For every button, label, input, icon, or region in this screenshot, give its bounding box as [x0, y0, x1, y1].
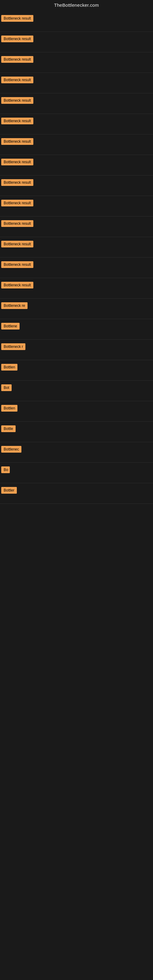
result-row-15: Bottleneck re	[0, 299, 153, 319]
bottleneck-badge-15[interactable]: Bottleneck re	[1, 302, 27, 309]
bottleneck-badge-23[interactable]: Bo	[1, 466, 10, 473]
result-row-3: Bottleneck result	[0, 52, 153, 73]
bottleneck-badge-7[interactable]: Bottleneck result	[1, 138, 33, 145]
bottleneck-badge-2[interactable]: Bottleneck result	[1, 35, 33, 42]
bottleneck-badge-18[interactable]: Bottlen	[1, 364, 18, 371]
result-row-4: Bottleneck result	[0, 73, 153, 94]
results-container: Bottleneck resultBottleneck resultBottle…	[0, 11, 153, 504]
result-row-2: Bottleneck result	[0, 32, 153, 52]
bottleneck-badge-3[interactable]: Bottleneck result	[1, 56, 33, 63]
result-row-6: Bottleneck result	[0, 114, 153, 134]
bottleneck-badge-1[interactable]: Bottleneck result	[1, 15, 33, 22]
result-row-12: Bottleneck result	[0, 237, 153, 258]
result-row-9: Bottleneck result	[0, 175, 153, 196]
bottleneck-badge-9[interactable]: Bottleneck result	[1, 179, 33, 186]
result-row-19: Bot	[0, 381, 153, 401]
bottleneck-badge-22[interactable]: Bottlenec	[1, 446, 21, 453]
result-row-5: Bottleneck result	[0, 94, 153, 114]
bottleneck-badge-4[interactable]: Bottleneck result	[1, 76, 33, 83]
bottleneck-badge-13[interactable]: Bottleneck result	[1, 261, 33, 268]
bottleneck-badge-16[interactable]: Bottlene	[1, 323, 19, 329]
bottleneck-badge-11[interactable]: Bottleneck result	[1, 220, 33, 227]
result-row-20: Bottlen	[0, 401, 153, 422]
result-row-21: Bottle	[0, 422, 153, 442]
bottleneck-badge-5[interactable]: Bottleneck result	[1, 97, 33, 104]
result-row-18: Bottlen	[0, 360, 153, 381]
bottleneck-badge-17[interactable]: Bottleneck r	[1, 343, 26, 350]
bottleneck-badge-8[interactable]: Bottleneck result	[1, 159, 33, 165]
bottleneck-badge-14[interactable]: Bottleneck result	[1, 282, 33, 288]
result-row-17: Bottleneck r	[0, 340, 153, 360]
bottleneck-badge-6[interactable]: Bottleneck result	[1, 118, 33, 124]
bottleneck-badge-12[interactable]: Bottleneck result	[1, 241, 33, 247]
result-row-7: Bottleneck result	[0, 134, 153, 155]
result-row-16: Bottlene	[0, 319, 153, 340]
bottleneck-badge-24[interactable]: Bottler	[1, 487, 17, 494]
bottleneck-badge-21[interactable]: Bottle	[1, 425, 16, 432]
result-row-22: Bottlenec	[0, 442, 153, 463]
result-row-1: Bottleneck result	[0, 11, 153, 32]
bottleneck-badge-19[interactable]: Bot	[1, 384, 12, 391]
bottleneck-badge-20[interactable]: Bottlen	[1, 405, 18, 412]
result-row-11: Bottleneck result	[0, 216, 153, 237]
site-header: TheBottlenecker.com	[0, 0, 153, 11]
result-row-8: Bottleneck result	[0, 155, 153, 175]
site-title: TheBottlenecker.com	[54, 2, 99, 8]
result-row-24: Bottler	[0, 483, 153, 504]
result-row-14: Bottleneck result	[0, 278, 153, 299]
bottleneck-badge-10[interactable]: Bottleneck result	[1, 200, 33, 207]
result-row-23: Bo	[0, 463, 153, 483]
result-row-10: Bottleneck result	[0, 196, 153, 216]
page-container: TheBottlenecker.com Bottleneck resultBot…	[0, 0, 153, 980]
result-row-13: Bottleneck result	[0, 258, 153, 278]
